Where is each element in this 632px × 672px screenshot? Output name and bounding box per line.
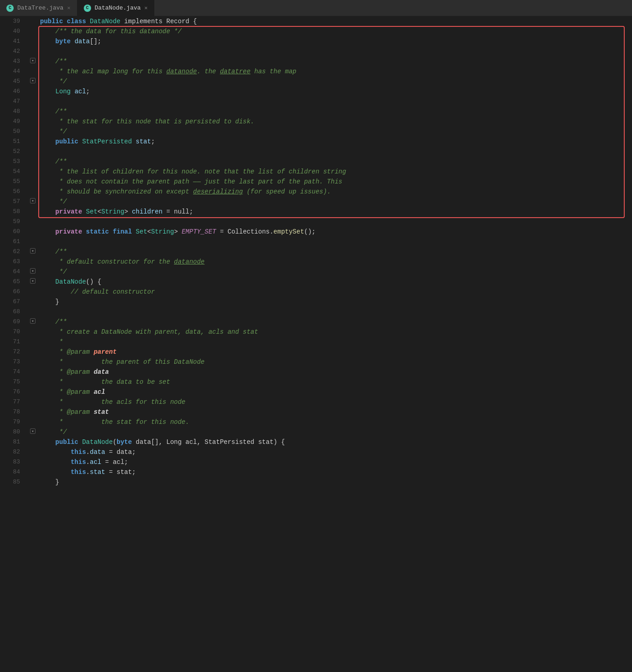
code-line-75: 75 * the data to be set [0,377,632,387]
fold-icon-45[interactable]: ▾ [30,78,36,83]
line-number-47: 47 [0,97,27,107]
gutter-57[interactable]: ▾ [27,197,38,204]
line-number-85: 85 [0,477,27,487]
line-number-83: 83 [0,457,27,467]
line-number-76: 76 [0,387,27,397]
code-line-79: 79 * the stat for this node. [0,417,632,427]
gutter-76 [27,387,38,388]
gutter-82 [27,447,38,448]
code-line-68: 68 [0,307,632,317]
gutter-69[interactable]: ▾ [27,317,38,324]
fold-icon-69[interactable]: ▾ [30,318,36,324]
code-content-74: * @param data [38,367,632,377]
gutter-62[interactable]: ▾ [27,247,38,254]
gutter-65[interactable]: ▾ [27,277,38,284]
gutter-54 [27,167,38,168]
gutter-64[interactable]: ▾ [27,267,38,274]
gutter-63 [27,257,38,258]
code-line-52: 52 [0,147,632,157]
line-number-59: 59 [0,217,27,227]
code-line-83: 83 this.acl = acl; [0,457,632,467]
tab-datanode[interactable]: C DataNode.java ✕ [77,0,155,16]
fold-icon-65[interactable]: ▾ [30,278,36,284]
code-line-48: 48 /** [0,107,632,117]
fold-icon-43[interactable]: ▾ [30,58,36,63]
code-line-67: 67 } [0,297,632,307]
code-line-61: 61 [0,237,632,247]
code-line-63: 63 * default constructor for the datanod… [0,257,632,267]
line-number-74: 74 [0,367,27,377]
code-line-60: 60 private static final Set<String> EMPT… [0,227,632,237]
datanode-file-icon: C [84,5,91,12]
code-content-39: public class DataNode implements Record … [38,16,632,26]
tab-datatree[interactable]: C DataTree.java ✕ [0,0,77,16]
line-number-84: 84 [0,467,27,477]
code-content-41: byte data[]; [38,36,632,46]
code-content-57: */ [38,197,632,207]
line-number-55: 55 [0,177,27,187]
line-number-54: 54 [0,167,27,177]
code-area: 39public class DataNode implements Recor… [0,16,632,487]
code-line-71: 71 * [0,337,632,347]
datanode-close-icon[interactable]: ✕ [144,5,148,11]
gutter-84 [27,467,38,468]
code-line-73: 73 * the parent of this DataNode [0,357,632,367]
datatree-close-icon[interactable]: ✕ [67,5,70,11]
gutter-58 [27,207,38,208]
code-content-69: /** [38,317,632,327]
line-number-45: 45 [0,76,27,87]
line-number-60: 60 [0,227,27,237]
tab-bar: C DataTree.java ✕ C DataNode.java ✕ [0,0,632,16]
code-content-51: public StatPersisted stat; [38,137,632,147]
gutter-43[interactable]: ▾ [27,56,38,63]
code-line-62: 62▾ /** [0,247,632,257]
gutter-72 [27,347,38,348]
line-number-62: 62 [0,247,27,257]
code-content-49: * the stat for this node that is persist… [38,117,632,127]
datanode-tab-label: DataNode.java [95,5,141,11]
code-content-45: */ [38,76,632,87]
code-line-81: 81 public DataNode(byte data[], Long acl… [0,437,632,447]
gutter-53 [27,157,38,158]
line-number-82: 82 [0,447,27,457]
code-line-57: 57▾ */ [0,197,632,207]
code-content-73: * the parent of this DataNode [38,357,632,367]
gutter-73 [27,357,38,358]
code-line-77: 77 * the acls for this node [0,397,632,407]
code-content-66: // default constructor [38,287,632,297]
fold-icon-64[interactable]: ▾ [30,268,36,274]
code-line-78: 78 * @param stat [0,407,632,417]
gutter-50 [27,127,38,128]
code-content-60: private static final Set<String> EMPTY_S… [38,227,632,237]
code-content-64: */ [38,267,632,277]
code-line-84: 84 this.stat = stat; [0,467,632,477]
code-content-82: this.data = data; [38,447,632,457]
code-line-54: 54 * the list of children for this node.… [0,167,632,177]
code-content-40: /** the data for this datanode */ [38,26,632,36]
fold-icon-80[interactable]: ▾ [30,428,36,434]
line-number-58: 58 [0,207,27,217]
line-number-43: 43 [0,56,27,66]
code-line-55: 55 * does not contain the parent path ——… [0,177,632,187]
datatree-tab-label: DataTree.java [17,5,63,11]
fold-icon-62[interactable]: ▾ [30,248,36,254]
line-number-41: 41 [0,36,27,46]
gutter-55 [27,177,38,178]
code-content-71: * [38,337,632,347]
code-line-39: 39public class DataNode implements Recor… [0,16,632,26]
code-line-70: 70 * create a DataNode with parent, data… [0,327,632,337]
code-content-50: */ [38,127,632,137]
code-content-62: /** [38,247,632,257]
line-number-71: 71 [0,337,27,347]
code-line-72: 72 * @param parent [0,347,632,357]
gutter-77 [27,397,38,398]
fold-icon-57[interactable]: ▾ [30,198,36,204]
line-number-56: 56 [0,187,27,197]
line-number-77: 77 [0,397,27,407]
code-line-49: 49 * the stat for this node that is pers… [0,117,632,127]
code-line-65: 65▾ DataNode() { [0,277,632,287]
gutter-59 [27,217,38,218]
gutter-80[interactable]: ▾ [27,427,38,434]
code-content-81: public DataNode(byte data[], Long acl, S… [38,437,632,447]
gutter-45[interactable]: ▾ [27,76,38,83]
